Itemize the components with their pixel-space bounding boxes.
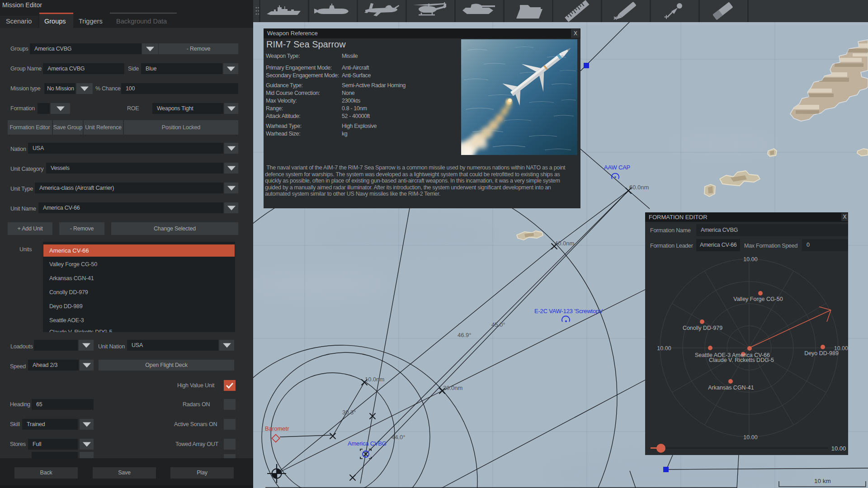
- svg-text:AAW CAP: AAW CAP: [604, 164, 630, 171]
- svg-text:Barometr: Barometr: [265, 425, 289, 432]
- svg-text:Valley Forge CG-50: Valley Forge CG-50: [733, 296, 783, 302]
- svg-text:20.0nm: 20.0nm: [443, 385, 462, 391]
- svg-text:10.00: 10.00: [657, 345, 671, 352]
- svg-text:America CVBG: America CVBG: [348, 440, 387, 447]
- svg-text:40.0nm: 40.0nm: [555, 240, 574, 247]
- svg-text:10.00: 10.00: [831, 445, 846, 452]
- svg-text:Arkansas CGN-41: Arkansas CGN-41: [708, 385, 754, 391]
- svg-text:30.3°: 30.3°: [342, 409, 356, 416]
- svg-text:45.0°: 45.0°: [491, 321, 505, 328]
- svg-text:Conolly DD-979: Conolly DD-979: [683, 325, 722, 331]
- svg-text:E-2C VAW-123 'Screwtops': E-2C VAW-123 'Screwtops': [534, 308, 603, 314]
- svg-text:Claude V. Ricketts DDG-5: Claude V. Ricketts DDG-5: [709, 357, 774, 363]
- svg-text:10 km: 10 km: [814, 478, 831, 484]
- svg-text:46.9°: 46.9°: [458, 332, 472, 338]
- svg-text:10.00: 10.00: [743, 256, 757, 263]
- svg-text:10.0nm: 10.0nm: [365, 376, 384, 383]
- svg-text:44.0°: 44.0°: [392, 434, 406, 441]
- svg-text:10.00: 10.00: [743, 434, 757, 441]
- svg-text:60.0nm: 60.0nm: [629, 184, 649, 191]
- svg-text:Deyo DD-989: Deyo DD-989: [804, 350, 839, 357]
